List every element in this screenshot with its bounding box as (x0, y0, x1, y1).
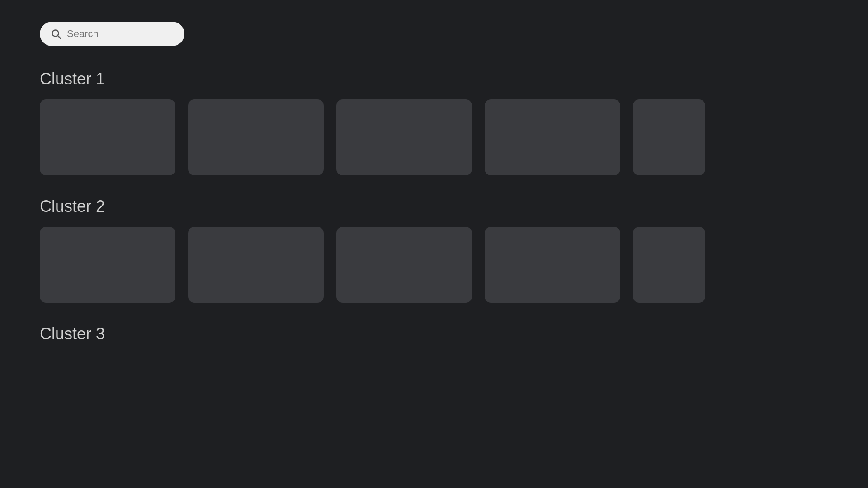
search-bar[interactable] (40, 22, 184, 46)
search-icon (51, 28, 61, 39)
cluster-1-card-5-partial[interactable] (633, 99, 705, 175)
search-input[interactable] (67, 28, 174, 40)
cluster-1-section: Cluster 1 (40, 70, 828, 175)
cluster-2-card-3[interactable] (336, 227, 472, 303)
cluster-2-card-1[interactable] (40, 227, 175, 303)
cluster-1-card-3[interactable] (336, 99, 472, 175)
cluster-2-card-2[interactable] (188, 227, 324, 303)
cluster-1-grid (40, 99, 828, 175)
cluster-1-label: Cluster 1 (40, 70, 828, 89)
cluster-2-card-5-partial[interactable] (633, 227, 705, 303)
page-container: Cluster 1 Cluster 2 Cluster 3 (0, 0, 868, 387)
cluster-1-card-4[interactable] (485, 99, 620, 175)
cluster-2-section: Cluster 2 (40, 197, 828, 303)
cluster-3-label: Cluster 3 (40, 324, 828, 343)
cluster-2-card-4[interactable] (485, 227, 620, 303)
cluster-1-card-1[interactable] (40, 99, 175, 175)
cluster-2-grid (40, 227, 828, 303)
cluster-3-section: Cluster 3 (40, 324, 828, 343)
cluster-2-label: Cluster 2 (40, 197, 828, 216)
cluster-1-card-2[interactable] (188, 99, 324, 175)
svg-line-1 (58, 36, 61, 38)
